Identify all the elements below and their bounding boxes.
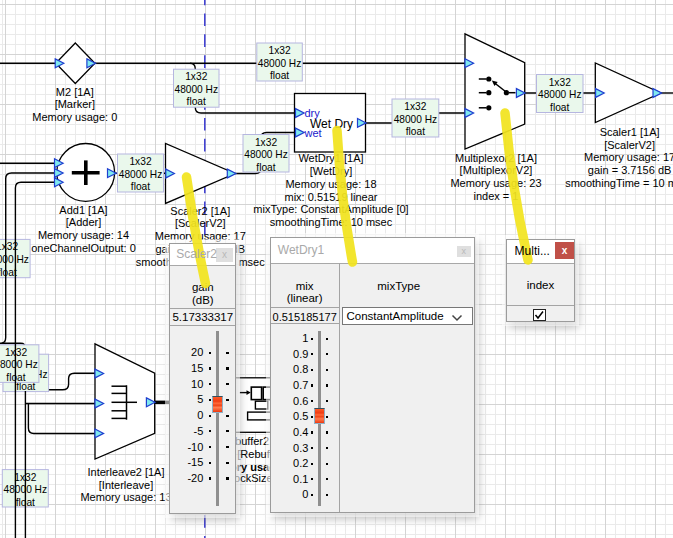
svg-text:float: float bbox=[131, 181, 150, 192]
svg-text:48000 Hz: 48000 Hz bbox=[119, 169, 163, 180]
svg-text:1x32: 1x32 bbox=[404, 101, 426, 112]
svg-text:float: float bbox=[0, 267, 17, 278]
svg-text:48000 Hz: 48000 Hz bbox=[0, 359, 38, 370]
svg-text:1x32: 1x32 bbox=[129, 156, 151, 167]
svg-text:1x32: 1x32 bbox=[185, 71, 207, 82]
svg-text:48000 Hz: 48000 Hz bbox=[0, 254, 29, 265]
svg-text:1x32: 1x32 bbox=[549, 77, 571, 88]
svg-text:float: float bbox=[270, 70, 289, 81]
svg-text:float: float bbox=[550, 102, 569, 113]
svg-text:1x32: 1x32 bbox=[269, 45, 291, 56]
svg-text:48000 Hz: 48000 Hz bbox=[538, 89, 582, 100]
svg-text:float: float bbox=[406, 126, 425, 137]
svg-text:1x32: 1x32 bbox=[255, 137, 277, 148]
svg-text:48000 Hz: 48000 Hz bbox=[258, 58, 302, 69]
svg-text:float: float bbox=[16, 381, 35, 392]
svg-text:1x32: 1x32 bbox=[5, 347, 27, 358]
svg-text:48000 Hz: 48000 Hz bbox=[394, 114, 438, 125]
